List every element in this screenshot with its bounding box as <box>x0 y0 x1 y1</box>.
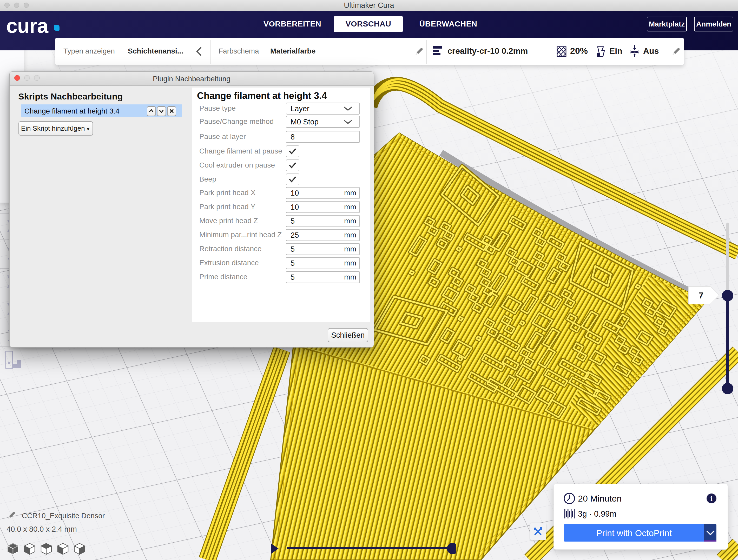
svg-text:7: 7 <box>699 291 703 300</box>
